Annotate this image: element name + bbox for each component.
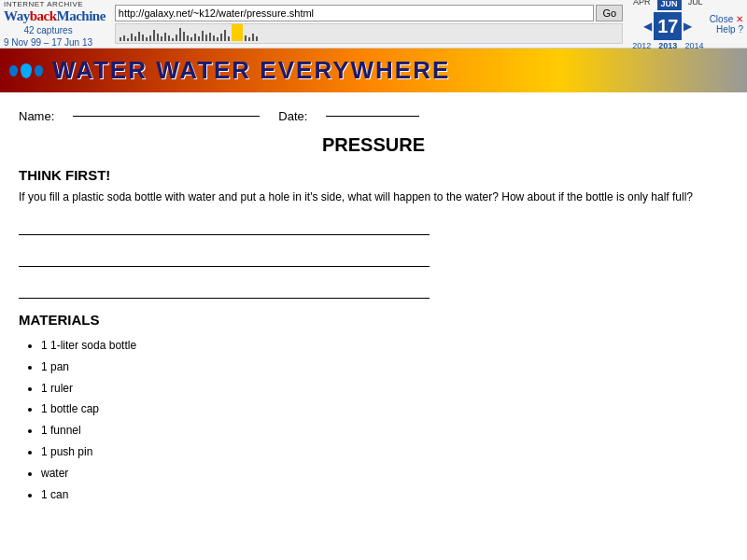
year-2013[interactable]: 2013 [658,41,677,50]
timeline[interactable] [115,23,623,44]
list-item: water [41,463,728,484]
close-icon[interactable]: ✕ [736,14,743,24]
list-item: 1 can [41,484,728,506]
materials-list: 1 1-liter soda bottle1 pan1 ruler1 bottl… [19,335,728,505]
year-2014[interactable]: 2014 [684,41,703,50]
list-item: 1 push pin [41,441,728,463]
name-field[interactable] [73,116,260,117]
month-jun[interactable]: JUN [657,0,682,10]
water-drop-2 [21,63,32,78]
wayback-logo-area: INTERNET ARCHIVE WaybackMachine 42 captu… [4,0,106,49]
answer-line-2[interactable] [19,248,430,267]
answer-line-3[interactable] [19,280,430,299]
url-input[interactable] [115,5,595,21]
next-arrow[interactable]: ▶ [684,20,692,33]
list-item: 1 ruler [41,378,728,399]
date-field[interactable] [326,116,419,117]
main-content: Name: Date: PRESSURE THINK FIRST! If you… [0,92,747,559]
think-first-text: If you fill a plastic soda bottle with w… [19,189,728,205]
internet-archive-label: INTERNET ARCHIVE [4,0,83,8]
date-label: Date: [278,109,307,123]
prev-arrow[interactable]: ◀ [643,20,652,33]
list-item: 1 funnel [41,420,728,441]
month-apr[interactable]: APR [630,0,654,10]
month-jul[interactable]: JUL [685,0,706,10]
wayback-logo[interactable]: WaybackMachine [4,8,106,24]
calendar-area: APR JUN JUL ◀ 17 ▶ 2012 2013 2014 [630,0,706,50]
help-button[interactable]: Help ? [716,24,743,35]
think-first-heading: THINK FIRST! [19,167,728,183]
go-button[interactable]: Go [596,5,623,21]
water-drops-icon [9,63,43,78]
list-item: 1 bottle cap [41,399,728,420]
timeline-area: Go [115,5,623,44]
banner-title: WATER WATER EVERYWHERE [52,56,450,85]
year-2012[interactable]: 2012 [632,41,651,50]
url-bar: Go [115,5,623,21]
name-date-row: Name: Date: [19,109,728,123]
section-title: PRESSURE [19,134,728,156]
water-drop-3 [35,65,43,77]
day-badge: 17 [654,12,682,40]
close-help-area: Close ✕ Help ? [710,14,743,35]
name-label: Name: [19,109,54,123]
wayback-bar: INTERNET ARCHIVE WaybackMachine 42 captu… [0,0,747,49]
close-button[interactable]: Close [710,14,734,24]
list-item: 1 pan [41,357,728,378]
captures-info[interactable]: 42 captures 9 Nov 99 – 17 Jun 13 [4,24,92,49]
water-drop-1 [9,65,18,77]
page-header-banner: WATER WATER EVERYWHERE [0,49,747,92]
answer-line-1[interactable] [19,217,430,235]
list-item: 1 1-liter soda bottle [41,335,728,357]
materials-heading: MATERIALS [19,312,728,328]
